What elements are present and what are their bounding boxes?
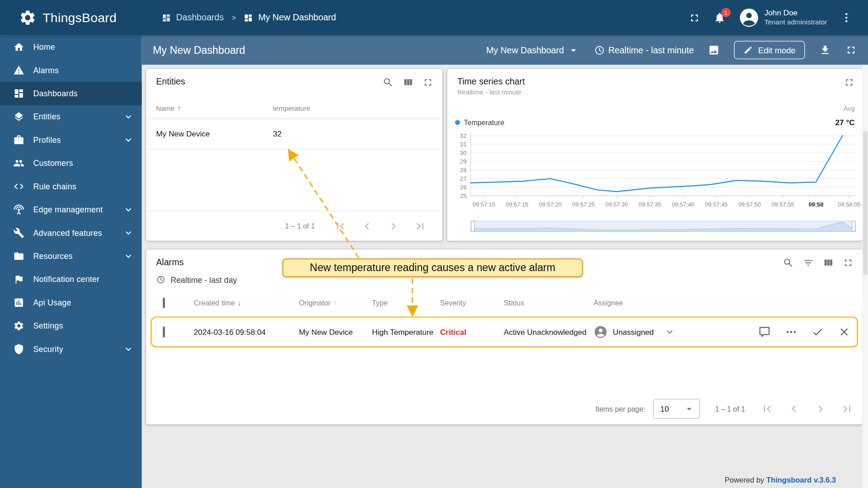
search-icon[interactable] bbox=[783, 257, 793, 268]
sidebar-item-advanced-features[interactable]: Advanced features bbox=[0, 221, 142, 244]
sidebar-item-customers[interactable]: Customers bbox=[0, 152, 142, 175]
more-menu-button[interactable] bbox=[840, 12, 853, 24]
chevron-down-icon bbox=[123, 343, 134, 354]
user-name: John Doe bbox=[764, 9, 827, 18]
timeseries-scrollbar[interactable] bbox=[471, 220, 856, 232]
entity-name: My New Device bbox=[156, 130, 273, 139]
fullscreen-icon[interactable] bbox=[843, 257, 854, 268]
fullscreen-icon[interactable] bbox=[844, 77, 854, 88]
sidebar-item-label: Home bbox=[33, 42, 55, 52]
svg-text:09:58: 09:58 bbox=[808, 201, 823, 208]
column-header-originator[interactable]: Originator ↑ bbox=[299, 299, 372, 307]
breadcrumb-separator: > bbox=[231, 13, 236, 22]
app-logo[interactable]: ThingsBoard bbox=[0, 9, 142, 27]
alarm-assignee-dropdown[interactable]: Unassigned bbox=[594, 325, 746, 339]
page-scrollbar[interactable] bbox=[863, 65, 868, 488]
sidebar-item-settings[interactable]: Settings bbox=[0, 314, 142, 338]
items-per-page-select[interactable]: 10 bbox=[653, 399, 700, 419]
scrollbar-thumb[interactable] bbox=[863, 131, 868, 275]
acknowledge-check-icon[interactable] bbox=[811, 326, 824, 338]
column-header-status[interactable]: Status bbox=[504, 299, 593, 307]
entities-widget: Entities Name ↑ temperature My New Devic… bbox=[146, 69, 442, 241]
items-per-page-value: 10 bbox=[660, 404, 669, 413]
svg-text:09:57:40: 09:57:40 bbox=[672, 201, 694, 208]
breadcrumb-dashboards[interactable]: Dashboards bbox=[162, 13, 224, 23]
previous-page-button[interactable] bbox=[360, 220, 373, 233]
chart-legend: Temperature 27 °C bbox=[455, 118, 855, 127]
timewindow-button[interactable]: Realtime - last minute bbox=[594, 45, 694, 56]
first-page-button[interactable] bbox=[760, 402, 774, 415]
chevron-down-icon bbox=[664, 326, 675, 337]
sidebar-item-security[interactable]: Security bbox=[0, 338, 142, 361]
columns-icon[interactable] bbox=[823, 257, 834, 268]
image-export-button[interactable] bbox=[708, 44, 720, 56]
alarms-header-icons bbox=[783, 257, 854, 268]
filter-icon[interactable] bbox=[803, 257, 814, 268]
svg-text:31: 31 bbox=[460, 141, 467, 148]
sort-asc-icon: ↑ bbox=[177, 104, 181, 112]
alarm-originator: My New Device bbox=[299, 328, 372, 337]
sidebar-item-notification-center[interactable]: Notification center bbox=[0, 268, 142, 291]
previous-page-button[interactable] bbox=[787, 402, 800, 415]
breadcrumb-current[interactable]: My New Dashboard bbox=[244, 13, 336, 23]
clear-close-icon[interactable] bbox=[838, 326, 850, 338]
first-page-button[interactable] bbox=[334, 220, 347, 233]
last-page-button[interactable] bbox=[414, 220, 427, 233]
last-page-button[interactable] bbox=[840, 402, 854, 415]
column-label: Type bbox=[372, 299, 388, 307]
dashboard-icon bbox=[162, 13, 171, 23]
fullscreen-button[interactable] bbox=[689, 12, 700, 23]
gear-icon bbox=[13, 320, 24, 331]
app-name: ThingsBoard bbox=[42, 10, 117, 25]
flag-icon bbox=[13, 274, 24, 285]
next-page-button[interactable] bbox=[387, 220, 400, 233]
legend-dot-icon bbox=[455, 120, 460, 125]
sidebar-item-dashboards[interactable]: Dashboards bbox=[0, 82, 142, 105]
row-checkbox[interactable] bbox=[163, 326, 165, 337]
sidebar-item-profiles[interactable]: Profiles bbox=[0, 128, 142, 151]
thingsboard-version-link[interactable]: Thingsboard v.3.6.3 bbox=[766, 476, 836, 484]
download-icon bbox=[819, 44, 831, 56]
entities-table-header: Name ↑ temperature bbox=[146, 98, 442, 119]
search-icon[interactable] bbox=[382, 77, 393, 88]
sidebar-item-label: Profiles bbox=[33, 136, 61, 145]
sidebar-item-alarms[interactable]: Alarms bbox=[0, 59, 142, 82]
entity-table-row[interactable]: My New Device 32 bbox=[146, 119, 442, 149]
pencil-icon bbox=[744, 45, 753, 55]
next-page-button[interactable] bbox=[814, 402, 827, 415]
svg-text:25: 25 bbox=[460, 192, 467, 199]
legend-label: Temperature bbox=[464, 118, 504, 126]
sidebar-item-entities[interactable]: Entities bbox=[0, 105, 142, 128]
sidebar-item-edge-management[interactable]: Edge management bbox=[0, 198, 142, 221]
thingsboard-logo-icon bbox=[19, 9, 37, 27]
download-button[interactable] bbox=[819, 44, 831, 56]
user-menu[interactable]: John Doe Tenant administrator bbox=[739, 8, 827, 28]
columns-icon[interactable] bbox=[402, 77, 413, 88]
folder-icon bbox=[13, 251, 24, 262]
alarm-table-row[interactable]: 2024-03-16 09:58:04 My New Device High T… bbox=[151, 316, 858, 347]
select-all-checkbox[interactable] bbox=[163, 297, 165, 308]
pagination-controls bbox=[760, 402, 854, 415]
column-header-assignee[interactable]: Assignee bbox=[594, 299, 752, 307]
sidebar-item-api-usage[interactable]: Api Usage bbox=[0, 291, 142, 314]
edit-mode-button[interactable]: Edit mode bbox=[734, 41, 805, 59]
avatar bbox=[739, 8, 759, 28]
toolbar-fullscreen-button[interactable] bbox=[845, 44, 857, 56]
column-header-type[interactable]: Type bbox=[372, 299, 440, 307]
dashboard-select[interactable]: My New Dashboard bbox=[486, 44, 579, 56]
alarm-status: Active Unacknowledged bbox=[504, 328, 593, 337]
fullscreen-icon[interactable] bbox=[422, 77, 433, 88]
notifications-button[interactable]: 1 bbox=[713, 12, 726, 24]
column-header-temperature[interactable]: temperature bbox=[273, 104, 443, 112]
column-header-name[interactable]: Name ↑ bbox=[156, 104, 273, 112]
column-header-created-time[interactable]: Created time ↓ bbox=[194, 299, 299, 307]
legend-series-temperature[interactable]: Temperature bbox=[455, 118, 505, 126]
column-header-severity[interactable]: Severity bbox=[440, 299, 504, 307]
sidebar-item-home[interactable]: Home bbox=[0, 35, 142, 58]
legend-agg-value: 27 °C bbox=[835, 118, 855, 127]
alarms-timewindow-label: Realtime - last day bbox=[170, 275, 237, 284]
sidebar-item-resources[interactable]: Resources bbox=[0, 244, 142, 267]
more-actions-icon[interactable] bbox=[785, 326, 797, 338]
sidebar-item-rule-chains[interactable]: Rule chains bbox=[0, 175, 142, 198]
comment-icon[interactable] bbox=[759, 326, 771, 338]
